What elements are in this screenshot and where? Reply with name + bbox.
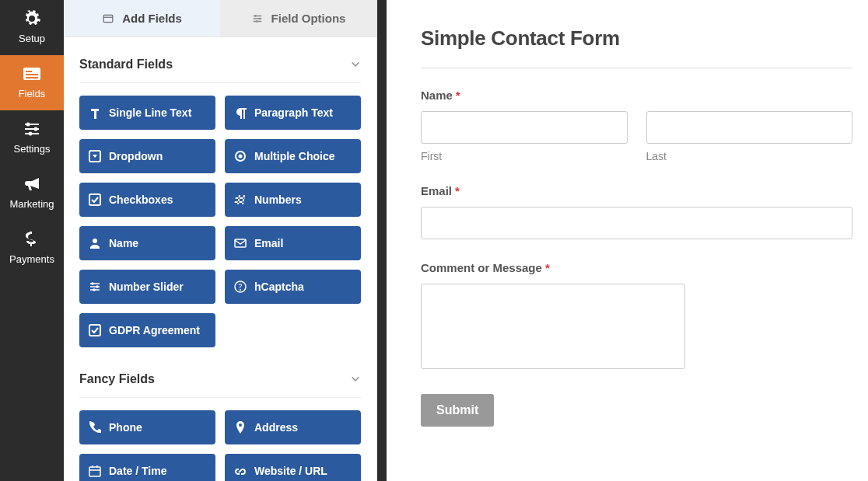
sliders-icon: [21, 120, 43, 138]
nav-label: Settings: [3, 143, 61, 155]
field-btn-label: Address: [254, 421, 298, 434]
nav-label: Setup: [3, 33, 61, 44]
required-asterisk: *: [456, 89, 460, 102]
chevron-down-icon: [350, 59, 361, 70]
field-btn-email[interactable]: Email: [225, 226, 361, 260]
calendar-icon: [89, 465, 101, 477]
check-icon: [89, 193, 101, 206]
submit-button[interactable]: Submit: [421, 394, 494, 427]
section-title: Standard Fields: [79, 58, 173, 71]
nav-fields[interactable]: Fields: [0, 55, 64, 110]
message-textarea[interactable]: [421, 284, 685, 369]
fancy-fields-grid: PhoneAddressDate / TimeWebsite / URL: [79, 398, 361, 481]
required-asterisk: *: [455, 184, 460, 197]
nav-marketing[interactable]: Marketing: [0, 166, 64, 221]
panel-body: Standard Fields Single Line TextParagrap…: [64, 37, 376, 481]
field-btn-label: Numbers: [254, 193, 302, 206]
sliders-h-icon: [89, 281, 101, 293]
first-name-input[interactable]: [421, 111, 628, 144]
field-btn-label: Multiple Choice: [254, 150, 334, 162]
dollar-icon: [21, 230, 43, 249]
field-btn-label: Single Line Text: [109, 106, 191, 119]
chevron-down-icon: [350, 374, 361, 385]
nav-payments[interactable]: Payments: [0, 221, 64, 276]
field-btn-label: Paragraph Text: [254, 106, 333, 119]
panel-tabs: Add Fields Field Options: [64, 0, 376, 37]
check-icon: [89, 324, 101, 336]
field-btn-name[interactable]: Name: [79, 226, 215, 260]
form-icon: [21, 64, 43, 83]
sublabel-last: Last: [646, 150, 853, 162]
tab-label: Field Options: [271, 12, 346, 25]
email-input[interactable]: [421, 207, 852, 239]
field-btn-hcaptcha[interactable]: hCaptcha: [225, 270, 361, 304]
field-label: Email*: [421, 184, 852, 197]
field-label: Comment or Message*: [421, 261, 852, 274]
nav-settings[interactable]: Settings: [0, 110, 64, 166]
nav-label: Marketing: [3, 198, 61, 210]
fields-panel: Add Fields Field Options Standard Fields…: [64, 0, 377, 481]
bullhorn-icon: [21, 175, 43, 193]
field-btn-gdpr-agreement[interactable]: GDPR Agreement: [79, 313, 215, 347]
field-btn-single-line-text[interactable]: Single Line Text: [79, 96, 215, 130]
field-btn-date-time[interactable]: Date / Time: [79, 454, 215, 481]
field-btn-label: Checkboxes: [109, 193, 173, 206]
paragraph-icon: [234, 106, 247, 119]
pin-icon: [234, 421, 247, 434]
last-name-input[interactable]: [646, 111, 853, 144]
field-btn-label: Phone: [109, 421, 142, 434]
form-title: Simple Contact Form: [421, 26, 852, 68]
field-btn-label: GDPR Agreement: [109, 324, 200, 336]
field-btn-label: Website / URL: [254, 465, 327, 477]
tab-field-options[interactable]: Field Options: [220, 0, 376, 37]
field-btn-numbers[interactable]: Numbers: [225, 183, 361, 217]
tab-add-fields[interactable]: Add Fields: [64, 0, 220, 37]
tab-label: Add Fields: [122, 12, 182, 25]
section-title: Fancy Fields: [79, 372, 155, 386]
field-btn-label: Number Slider: [109, 281, 184, 293]
phone-icon: [89, 421, 101, 434]
section-standard-fields[interactable]: Standard Fields: [79, 51, 361, 83]
standard-fields-grid: Single Line TextParagraph TextDropdownMu…: [79, 83, 361, 361]
nav-setup[interactable]: Setup: [0, 0, 64, 55]
field-btn-label: Date / Time: [109, 465, 166, 477]
field-btn-number-slider[interactable]: Number Slider: [79, 270, 215, 304]
field-btn-paragraph-text[interactable]: Paragraph Text: [225, 96, 361, 130]
leftnav: Setup Fields Settings Marketing Payments: [0, 0, 64, 481]
sliders-icon: [251, 13, 264, 24]
user-icon: [89, 237, 101, 249]
field-email: Email*: [421, 184, 852, 239]
text-icon: [89, 106, 101, 119]
field-btn-dropdown[interactable]: Dropdown: [79, 139, 215, 173]
field-label: Name*: [421, 89, 852, 102]
field-btn-phone[interactable]: Phone: [79, 410, 215, 444]
field-btn-multiple-choice[interactable]: Multiple Choice: [225, 139, 361, 173]
field-name: Name* First Last: [421, 89, 852, 162]
link-icon: [234, 465, 247, 477]
field-btn-checkboxes[interactable]: Checkboxes: [79, 183, 215, 217]
window-icon: [102, 13, 114, 24]
gear-icon: [21, 9, 43, 28]
sublabel-first: First: [421, 150, 628, 162]
required-asterisk: *: [545, 261, 550, 274]
form-preview: Simple Contact Form Name* First Last Ema…: [377, 0, 868, 481]
field-message: Comment or Message*: [421, 261, 852, 372]
field-btn-label: Email: [254, 237, 283, 249]
mail-icon: [234, 237, 247, 249]
section-fancy-fields[interactable]: Fancy Fields: [79, 366, 361, 398]
field-btn-website-url[interactable]: Website / URL: [225, 454, 361, 481]
field-btn-label: hCaptcha: [254, 281, 304, 293]
field-btn-label: Dropdown: [109, 150, 163, 162]
nav-label: Payments: [3, 253, 61, 265]
question-icon: [234, 281, 247, 293]
field-btn-address[interactable]: Address: [225, 410, 361, 444]
radio-icon: [234, 150, 247, 162]
nav-label: Fields: [3, 88, 61, 99]
hash-icon: [234, 193, 247, 206]
caret-square-icon: [89, 150, 101, 162]
field-btn-label: Name: [109, 237, 138, 249]
